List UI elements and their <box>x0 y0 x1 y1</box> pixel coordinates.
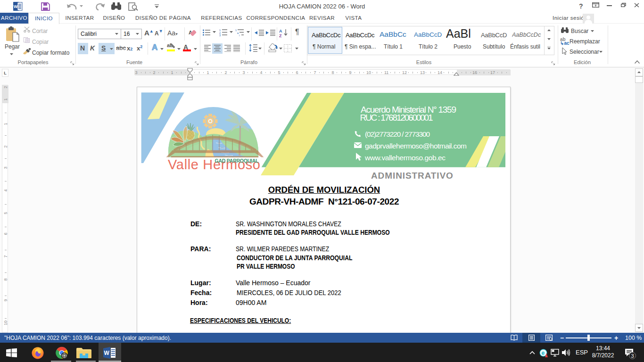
svg-text:www.vallehermoso.gob.ec: www.vallehermoso.gob.ec <box>364 154 446 162</box>
svg-text:i: i <box>239 34 239 36</box>
svg-text:GAD PARROQUIAL: GAD PARROQUIAL <box>215 158 259 164</box>
svg-text:3: 3 <box>219 34 221 36</box>
svg-text:A: A <box>279 29 282 33</box>
svg-text:gadprvallehermoso@hotmail.com: gadprvallehermoso@hotmail.com <box>365 142 467 150</box>
svg-text:W: W <box>14 4 18 9</box>
svg-text:Z: Z <box>279 33 282 38</box>
svg-text:W: W <box>104 350 110 356</box>
svg-text:(02)2773220 / 2773300: (02)2773220 / 2773300 <box>365 130 430 138</box>
svg-text:RUC : 1768120600001: RUC : 1768120600001 <box>360 113 433 123</box>
svg-text:e: e <box>542 350 545 356</box>
svg-text:1: 1 <box>235 29 237 32</box>
